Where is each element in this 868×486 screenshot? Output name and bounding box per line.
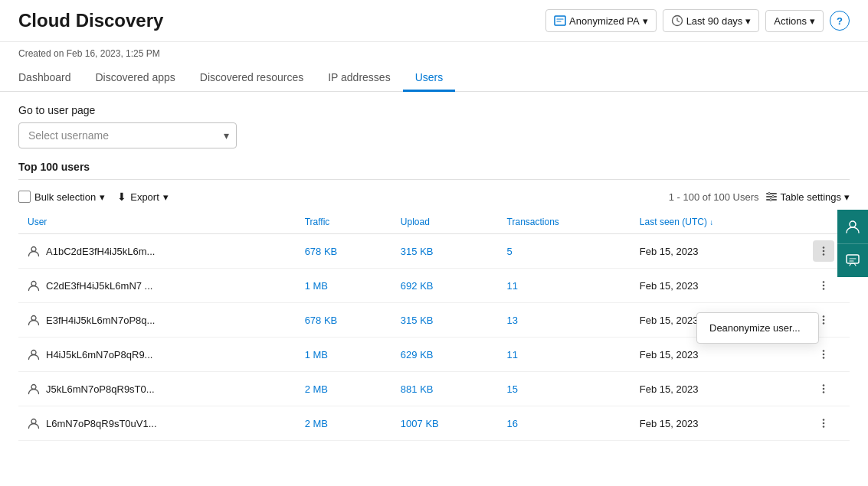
row-more-btn-1[interactable]	[813, 275, 834, 296]
svg-point-7	[769, 199, 771, 201]
svg-point-24	[31, 385, 36, 390]
report-icon	[554, 15, 566, 27]
svg-point-23	[823, 357, 825, 359]
date-btn[interactable]: Last 90 days ▾	[663, 9, 760, 32]
username-select[interactable]: Select username	[18, 122, 237, 148]
table-settings-chevron-icon: ▾	[844, 191, 850, 203]
right-sidebar	[837, 210, 868, 277]
col-last-seen[interactable]: Last seen (UTC) ↓	[631, 210, 804, 234]
svg-point-15	[823, 288, 825, 290]
col-traffic[interactable]: Traffic	[296, 210, 391, 234]
bulk-selection-btn[interactable]: Bulk selection ▾	[18, 191, 105, 203]
svg-point-9	[823, 246, 825, 249]
bulk-checkbox[interactable]	[18, 191, 31, 203]
svg-point-20	[31, 351, 36, 355]
row-more-btn-3[interactable]	[813, 344, 834, 365]
export-btn[interactable]: ⬇ Export ▾	[117, 191, 169, 203]
cell-user-5: L6mN7oP8qR9sT0uV1...	[18, 406, 296, 441]
actions-btn[interactable]: Actions ▾	[765, 10, 824, 32]
cell-last-seen-1: Feb 15, 2023	[631, 269, 804, 303]
header: Cloud Discovery Anonymized PA ▾ Last 90 …	[0, 0, 868, 42]
cell-last-seen-4: Feb 15, 2023	[631, 372, 804, 406]
filter-btn[interactable]: Anonymized PA ▾	[545, 9, 657, 32]
user-row-icon	[28, 417, 40, 429]
tab-discovered-apps[interactable]: Discovered apps	[84, 65, 188, 92]
sidebar-user-btn[interactable]	[837, 210, 868, 243]
created-text: Created on Feb 16, 2023, 1:25 PM	[18, 48, 160, 59]
svg-point-11	[823, 253, 825, 256]
svg-point-18	[823, 319, 825, 321]
svg-point-25	[823, 384, 825, 387]
table-row: L6mN7oP8qR9sT0uV1... 2 MB 1007 KB 16 Feb…	[18, 406, 850, 441]
export-label: Export	[130, 191, 159, 203]
tab-ip-addresses[interactable]: IP addresses	[316, 65, 402, 92]
col-user[interactable]: User	[18, 210, 296, 234]
cell-user-4: J5kL6mN7oP8qR9sT0...	[18, 372, 296, 406]
cell-transactions-0: 5	[498, 234, 631, 269]
row-more-btn-0[interactable]	[813, 240, 834, 262]
table-row: A1bC2dE3fH4iJ5kL6m... 678 KB 315 KB 5 Fe…	[18, 234, 850, 269]
bulk-selection-label: Bulk selection	[34, 191, 96, 203]
pagination-text: 1 - 100 of 100 Users	[669, 191, 759, 203]
table-settings-btn[interactable]: Table settings ▾	[765, 191, 850, 203]
more-dots-icon	[817, 417, 830, 429]
table-header-row: User Traffic Upload Transactions Last se…	[18, 210, 850, 234]
deanonymize-btn[interactable]: Deanonymize user...	[697, 316, 818, 340]
svg-point-8	[31, 247, 36, 252]
cell-traffic-3: 1 MB	[296, 338, 391, 372]
date-btn-label: Last 90 days	[686, 15, 743, 27]
sub-header: Created on Feb 16, 2023, 1:25 PM	[0, 42, 868, 59]
cell-traffic-0: 678 KB	[296, 234, 391, 269]
row-more-btn-4[interactable]	[813, 378, 834, 400]
svg-point-19	[823, 322, 825, 325]
table-row: C2dE3fH4iJ5kL6mN7 ... 1 MB 692 KB 11 Feb…	[18, 269, 850, 303]
svg-point-10	[823, 250, 825, 253]
cell-user-2: E3fH4iJ5kL6mN7oP8q...	[18, 303, 296, 338]
sidebar-user-icon	[845, 219, 860, 234]
date-chevron-icon: ▾	[745, 15, 751, 27]
filter-btn-label: Anonymized PA	[569, 15, 640, 27]
row-more-btn-5[interactable]	[813, 413, 834, 434]
cell-user-0: A1bC2dE3fH4iJ5kL6m...	[18, 234, 296, 269]
user-row-icon	[28, 314, 40, 326]
sort-arrow-icon: ↓	[709, 218, 713, 227]
col-upload[interactable]: Upload	[391, 210, 498, 234]
tab-users[interactable]: Users	[403, 65, 456, 92]
cell-upload-4: 881 KB	[391, 372, 498, 406]
col-transactions[interactable]: Transactions	[498, 210, 631, 234]
cell-transactions-3: 11	[498, 338, 631, 372]
cell-last-seen-5: Feb 15, 2023	[631, 406, 804, 441]
cell-actions-4	[804, 372, 850, 406]
cell-traffic-5: 2 MB	[296, 406, 391, 441]
actions-chevron-icon: ▾	[810, 15, 815, 27]
table-settings-label: Table settings	[781, 191, 842, 203]
cell-user-3: H4iJ5kL6mN7oP8qR9...	[18, 338, 296, 372]
svg-point-30	[823, 422, 825, 425]
tab-dashboard[interactable]: Dashboard	[18, 65, 84, 92]
more-dots-icon	[817, 279, 830, 292]
actions-btn-label: Actions	[774, 15, 807, 27]
cell-transactions-2: 13	[498, 303, 631, 338]
more-dots-icon	[817, 314, 830, 326]
tab-discovered-resources[interactable]: Discovered resources	[188, 65, 316, 92]
table-settings-icon	[765, 191, 778, 203]
svg-point-13	[823, 281, 825, 283]
more-dots-icon	[817, 348, 830, 360]
svg-point-12	[31, 282, 36, 286]
more-dots-icon	[817, 245, 830, 257]
user-row-icon	[28, 279, 40, 292]
divider	[18, 179, 850, 180]
svg-point-26	[823, 388, 825, 390]
user-row-icon	[28, 383, 40, 395]
svg-point-21	[823, 350, 825, 352]
help-btn[interactable]: ?	[830, 11, 850, 31]
toolbar: Bulk selection ▾ ⬇ Export ▾ 1 - 100 of 1…	[18, 186, 850, 207]
app-container: Cloud Discovery Anonymized PA ▾ Last 90 …	[0, 0, 868, 486]
sidebar-chat-btn[interactable]	[837, 243, 868, 277]
svg-point-16	[31, 316, 36, 321]
user-row-icon	[28, 245, 40, 257]
clock-icon	[671, 15, 683, 27]
context-menu: Deanonymize user...	[696, 312, 819, 344]
svg-point-22	[823, 354, 825, 356]
bulk-chevron-icon: ▾	[100, 191, 105, 203]
